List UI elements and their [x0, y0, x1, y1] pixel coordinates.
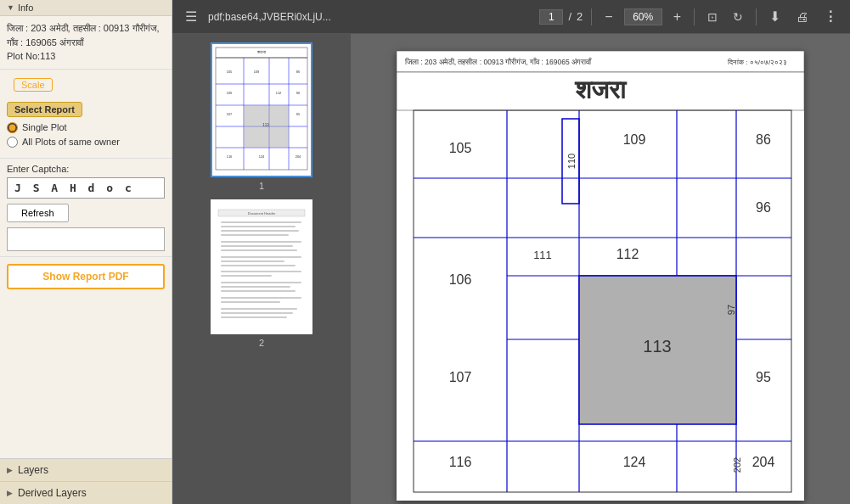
svg-rect-35: [221, 245, 293, 247]
svg-text:96: 96: [756, 200, 771, 215]
svg-text:106: 106: [449, 272, 472, 287]
layers-expand-icon: ▶: [7, 466, 13, 474]
svg-text:95: 95: [296, 112, 301, 116]
layers-label: Layers: [18, 464, 48, 476]
pdf-page: जिला : 203 अमेठी, तहसील : 00913 गौरीगंज,…: [397, 51, 804, 501]
svg-text:112: 112: [616, 247, 639, 261]
pdf-view[interactable]: जिला : 203 अमेठी, तहसील : 00913 गौरीगंज,…: [351, 34, 850, 504]
svg-rect-32: [221, 230, 299, 232]
captcha-label: Enter Captcha:: [7, 164, 165, 174]
svg-text:204: 204: [752, 455, 775, 469]
captcha-input[interactable]: [7, 227, 165, 251]
menu-button[interactable]: ☰: [181, 7, 201, 26]
svg-text:110: 110: [566, 154, 577, 169]
left-panel: ▼ Info जिला : 203 अमेठी, तहसील : 00913 ग…: [0, 0, 172, 504]
thumbnail-1[interactable]: शजरा: [211, 42, 312, 191]
derived-layers-expand-icon: ▶: [7, 489, 13, 497]
district-text: जिला : 203 अमेठी, तहसील : 00913 गौरीगंज,…: [7, 21, 165, 49]
svg-text:दिनांक : ०५/०७/२०२३: दिनांक : ०५/०७/२०२३: [727, 59, 787, 66]
svg-text:105: 105: [227, 70, 233, 74]
spacer: [0, 296, 172, 459]
svg-text:105: 105: [449, 141, 472, 155]
svg-rect-34: [221, 241, 301, 243]
plot-no: Plot No:113: [7, 49, 165, 64]
svg-text:86: 86: [296, 70, 301, 74]
thumb-doc-svg: Document Header: [214, 203, 309, 328]
svg-text:107: 107: [227, 112, 233, 116]
svg-rect-45: [221, 297, 301, 299]
svg-rect-47: [221, 308, 297, 310]
info-arrow-icon: ▼: [7, 3, 14, 12]
radio-all-plots[interactable]: All Plots of same owner: [7, 137, 165, 148]
svg-text:106: 106: [227, 91, 233, 95]
info-label: Info: [18, 3, 33, 13]
scale-badge: Scale: [14, 78, 53, 92]
print-button[interactable]: 🖨: [791, 8, 813, 25]
page-separator: /: [568, 10, 571, 23]
show-report-button[interactable]: Show Report PDF: [7, 264, 165, 289]
total-pages: 2: [577, 10, 583, 23]
thumb-box-1: शजरा: [211, 42, 312, 177]
derived-layers-item[interactable]: ▶ Derived Layers: [0, 481, 172, 504]
svg-rect-38: [221, 260, 284, 262]
toolbar-sep-1: [591, 8, 592, 25]
thumb-label-1: 1: [259, 181, 264, 191]
toolbar-sep-2: [694, 8, 695, 25]
thumb-map-svg: शजरा: [214, 46, 309, 171]
svg-text:शजरा: शजरा: [256, 49, 267, 54]
svg-text:204: 204: [296, 154, 301, 159]
svg-rect-48: [221, 312, 293, 314]
radio-single-label: Single Plot: [22, 122, 67, 132]
select-report-section: Select Report Single Plot All Plots of s…: [0, 98, 172, 159]
svg-text:111: 111: [533, 249, 552, 261]
svg-text:जिला : 203 अमेठी, तहसील : 0091: जिला : 203 अमेठी, तहसील : 00913 गौरीगंज,…: [404, 57, 592, 66]
svg-text:113: 113: [643, 337, 671, 356]
svg-rect-44: [221, 290, 296, 292]
svg-rect-46: [221, 301, 280, 303]
thumb-label-2: 2: [259, 338, 264, 348]
zoom-out-icon: −: [605, 9, 612, 25]
thumb-box-2: Document Header: [211, 199, 312, 334]
svg-text:116: 116: [449, 455, 472, 469]
thumbnail-2[interactable]: Document Header: [211, 199, 312, 348]
derived-layers-label: Derived Layers: [18, 487, 87, 499]
svg-text:124: 124: [259, 154, 265, 159]
download-icon: ⬇: [769, 8, 780, 25]
svg-rect-40: [221, 271, 301, 272]
radio-single-input[interactable]: [7, 122, 18, 133]
radio-all-label: All Plots of same owner: [22, 137, 120, 147]
main-map-svg: जिला : 203 अमेठी, तहसील : 00913 गौरीगंज,…: [397, 51, 804, 501]
refresh-button[interactable]: Refresh: [7, 204, 69, 222]
print-icon: 🖨: [796, 9, 808, 24]
svg-text:113: 113: [262, 123, 269, 127]
zoom-out-button[interactable]: −: [600, 8, 616, 26]
zoom-display: 60%: [624, 8, 662, 25]
svg-text:95: 95: [756, 370, 771, 384]
rotate-icon: ↻: [733, 10, 743, 24]
toolbar-sep-3: [756, 8, 757, 25]
menu-icon: ☰: [185, 8, 197, 25]
layers-item[interactable]: ▶ Layers: [0, 458, 172, 481]
more-icon: ⋮: [824, 8, 837, 25]
svg-text:97: 97: [726, 305, 736, 315]
current-page-input[interactable]: [539, 9, 563, 25]
svg-rect-43: [221, 286, 290, 288]
more-button[interactable]: ⋮: [819, 7, 842, 26]
svg-text:96: 96: [296, 91, 301, 95]
radio-single-plot[interactable]: Single Plot: [7, 122, 165, 133]
main-content: ☰ pdf;base64,JVBERi0xLjU... / 2 − 60% + …: [172, 0, 850, 504]
fit-page-button[interactable]: ⊡: [703, 8, 722, 25]
svg-rect-30: [221, 221, 301, 223]
svg-text:202: 202: [732, 457, 742, 473]
file-title: pdf;base64,JVBERi0xLjU...: [208, 11, 532, 23]
district-info: जिला : 203 अमेठी, तहसील : 00913 गौरीगंज,…: [0, 16, 172, 70]
page-nav: / 2: [539, 9, 583, 25]
pdf-area: शजरा: [172, 34, 850, 504]
zoom-in-icon: +: [673, 9, 681, 25]
rotate-button[interactable]: ↻: [729, 8, 747, 25]
zoom-in-button[interactable]: +: [669, 8, 685, 26]
thumbnail-sidebar[interactable]: शजरा: [172, 34, 351, 504]
captcha-display: J S A H d o c: [7, 177, 165, 199]
download-button[interactable]: ⬇: [765, 7, 785, 26]
radio-all-input[interactable]: [7, 137, 18, 148]
